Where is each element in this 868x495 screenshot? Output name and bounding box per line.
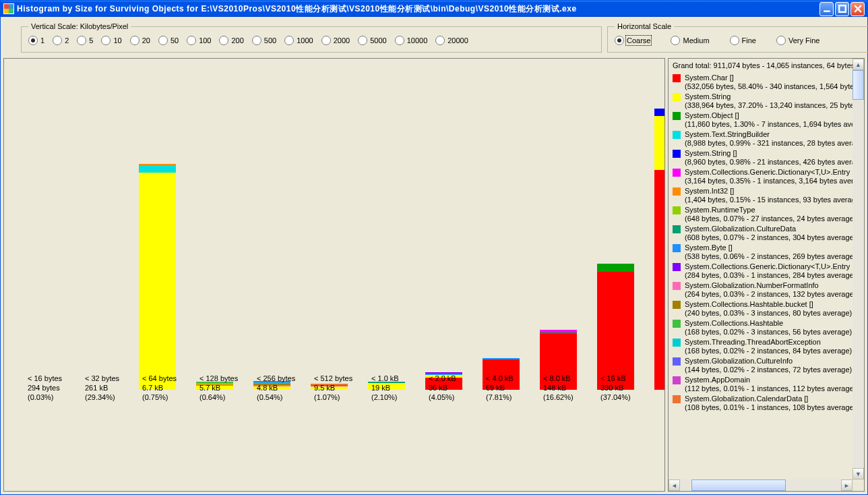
scroll-thumb-horizontal[interactable] xyxy=(691,479,786,491)
scroll-left-button[interactable]: ◄ xyxy=(669,479,680,491)
radio-5[interactable]: 5 xyxy=(77,36,93,45)
radio-label: Fine xyxy=(742,36,756,45)
bar-label-size: 6.7 kB xyxy=(142,383,199,392)
legend-text: System.String(338,964 bytes, 37.20% - 13… xyxy=(685,92,852,110)
radio-coarse[interactable]: Coarse xyxy=(615,36,650,45)
legend-item[interactable]: System.Collections.Hashtable(168 bytes, … xyxy=(673,319,850,337)
legend-item[interactable]: System.Object [](11,860 bytes, 1.30% - 7… xyxy=(673,111,850,129)
scroll-right-button[interactable]: ► xyxy=(841,479,852,491)
legend-item[interactable]: System.Globalization.CultureInfo(144 byt… xyxy=(673,357,850,374)
legend-text: System.Threading.ThreadAbortException(16… xyxy=(685,338,852,355)
bar-label: < 1.0 kB19 kB(2.10%) xyxy=(371,374,429,402)
radio-medium[interactable]: Medium xyxy=(671,36,709,45)
radio-dot-icon xyxy=(358,36,367,45)
radio-2[interactable]: 2 xyxy=(53,36,69,45)
minimize-button[interactable] xyxy=(819,2,834,16)
legend-horizontal-scrollbar[interactable]: ◄ ► xyxy=(669,479,852,491)
bar-label-range: < 32 bytes xyxy=(85,374,142,383)
svg-rect-0 xyxy=(824,10,830,11)
content-row: < 16 bytes294 bytes(0.03%)< 32 bytes261 … xyxy=(1,55,867,494)
legend-grand-total: Grand total: 911,074 bytes - 14,065 inst… xyxy=(673,61,850,69)
radio-500[interactable]: 500 xyxy=(252,36,276,45)
radio-fine[interactable]: Fine xyxy=(730,36,756,45)
bar-label: < 4.0 kB69 kB(7.81%) xyxy=(486,374,543,402)
legend-stats-label: (1,404 bytes, 0.15% - 15 instances, 93 b… xyxy=(685,196,852,204)
legend-stats-label: (240 bytes, 0.03% - 3 instances, 80 byte… xyxy=(685,309,852,318)
legend-panel: Grand total: 911,074 bytes - 14,065 inst… xyxy=(668,58,865,492)
radio-1000[interactable]: 1000 xyxy=(284,36,313,45)
radio-20000[interactable]: 20000 xyxy=(435,36,468,45)
legend-stats-label: (168 bytes, 0.02% - 2 instances, 84 byte… xyxy=(685,347,852,355)
legend-content: Grand total: 911,074 bytes - 14,065 inst… xyxy=(669,59,852,479)
radio-very-fine[interactable]: Very Fine xyxy=(776,36,819,45)
legend-item[interactable]: System.Globalization.NumberFormatInfo(26… xyxy=(673,281,850,299)
legend-item[interactable]: System.Collections.Generic.Dictionary<T,… xyxy=(673,262,850,280)
svg-rect-1 xyxy=(839,5,846,12)
bar-segment xyxy=(654,170,665,390)
minimize-icon xyxy=(823,5,831,13)
legend-swatch-icon xyxy=(673,187,681,196)
legend-text: System.Globalization.CultureInfo(144 byt… xyxy=(685,357,852,374)
legend-item[interactable]: System.Collections.Hashtable.bucket [](2… xyxy=(673,300,850,318)
bar-label-range: < 256 bytes xyxy=(257,374,314,383)
legend-item[interactable]: System.AppDomain(112 bytes, 0.01% - 1 in… xyxy=(673,376,850,393)
bar-segment xyxy=(654,109,665,117)
radio-1[interactable]: 1 xyxy=(28,36,44,45)
legend-item[interactable]: System.Text.StringBuilder(8,988 bytes, 0… xyxy=(673,130,850,148)
bar-label: < 16 kB330 kB(37.04%) xyxy=(600,374,658,402)
legend-item[interactable]: System.RuntimeType(648 bytes, 0.07% - 27… xyxy=(673,206,850,223)
radio-label: 2000 xyxy=(334,36,350,45)
maximize-button[interactable] xyxy=(835,2,849,16)
legend-item[interactable]: System.Globalization.CultureData(608 byt… xyxy=(673,225,850,242)
bar-label-size: 148 kB xyxy=(543,383,600,392)
histogram-bar[interactable] xyxy=(139,164,176,390)
histogram-bar[interactable] xyxy=(654,109,665,390)
bar-label: < 8.0 kB148 kB(16.62%) xyxy=(543,374,600,402)
scroll-up-button[interactable]: ▲ xyxy=(852,59,864,70)
bar-label: < 2.0 kB36 kB(4.05%) xyxy=(429,374,486,402)
legend-type-label: System.Collections.Hashtable xyxy=(685,319,852,328)
legend-text: System.Collections.Generic.Dictionary<T,… xyxy=(685,262,852,280)
legend-item[interactable]: System.Byte [](538 bytes, 0.06% - 2 inst… xyxy=(673,243,850,261)
radio-200[interactable]: 200 xyxy=(219,36,243,45)
radio-dot-icon xyxy=(615,36,624,45)
legend-type-label: System.Globalization.CultureData xyxy=(685,225,852,233)
radio-2000[interactable]: 2000 xyxy=(321,36,350,45)
radio-5000[interactable]: 5000 xyxy=(358,36,386,45)
vertical-scale-legend: Vertical Scale: Kilobytes/Pixel xyxy=(28,22,131,30)
legend-type-label: System.Byte [] xyxy=(685,243,852,252)
legend-item[interactable]: System.Int32 [](1,404 bytes, 0.15% - 15 … xyxy=(673,187,850,204)
bar-label-pct: (0.64%) xyxy=(199,392,257,402)
legend-text: System.Globalization.NumberFormatInfo(26… xyxy=(685,281,852,299)
bar-label-range: < 16 bytes xyxy=(28,374,85,383)
legend-item[interactable]: System.String [](8,960 bytes, 0.98% - 21… xyxy=(673,149,850,167)
radio-10000[interactable]: 10000 xyxy=(395,36,428,45)
scroll-down-button[interactable]: ▼ xyxy=(852,468,864,479)
scroll-thumb-vertical[interactable] xyxy=(852,70,864,100)
legend-item[interactable]: System.Globalization.CalendarData [](108… xyxy=(673,395,850,412)
radio-100[interactable]: 100 xyxy=(187,36,211,45)
legend-stats-label: (144 bytes, 0.02% - 2 instances, 72 byte… xyxy=(685,366,852,374)
radio-10[interactable]: 10 xyxy=(101,36,121,45)
legend-vertical-scrollbar[interactable]: ▲ ▼ xyxy=(852,59,864,479)
legend-swatch-icon xyxy=(673,301,681,309)
legend-item[interactable]: System.Threading.ThreadAbortException(16… xyxy=(673,338,850,355)
chart-panel: < 16 bytes294 bytes(0.03%)< 32 bytes261 … xyxy=(3,58,665,492)
bar-label-size: 261 kB xyxy=(85,383,142,392)
histogram-bar[interactable] xyxy=(597,264,634,390)
bar-label-pct: (37.04%) xyxy=(600,392,658,402)
radio-dot-icon xyxy=(77,36,86,45)
radio-label: 200 xyxy=(231,36,243,45)
chart-area: < 16 bytes294 bytes(0.03%)< 32 bytes261 … xyxy=(4,71,664,491)
radio-20[interactable]: 20 xyxy=(130,36,150,45)
radio-50[interactable]: 50 xyxy=(158,36,179,45)
legend-stats-label: (108 bytes, 0.01% - 1 instances, 108 byt… xyxy=(685,403,852,412)
legend-item[interactable]: System.Char [](532,056 bytes, 58.40% - 3… xyxy=(673,74,850,91)
legend-type-label: System.Globalization.CalendarData [] xyxy=(685,395,852,403)
legend-type-label: System.Collections.Generic.Dictionary<T,… xyxy=(685,168,852,177)
close-button[interactable] xyxy=(850,2,865,16)
bar-label-range: < 128 bytes xyxy=(199,374,257,383)
legend-item[interactable]: System.String(338,964 bytes, 37.20% - 13… xyxy=(673,92,850,110)
radio-label: 10000 xyxy=(407,36,428,45)
legend-item[interactable]: System.Collections.Generic.Dictionary<T,… xyxy=(673,168,850,185)
